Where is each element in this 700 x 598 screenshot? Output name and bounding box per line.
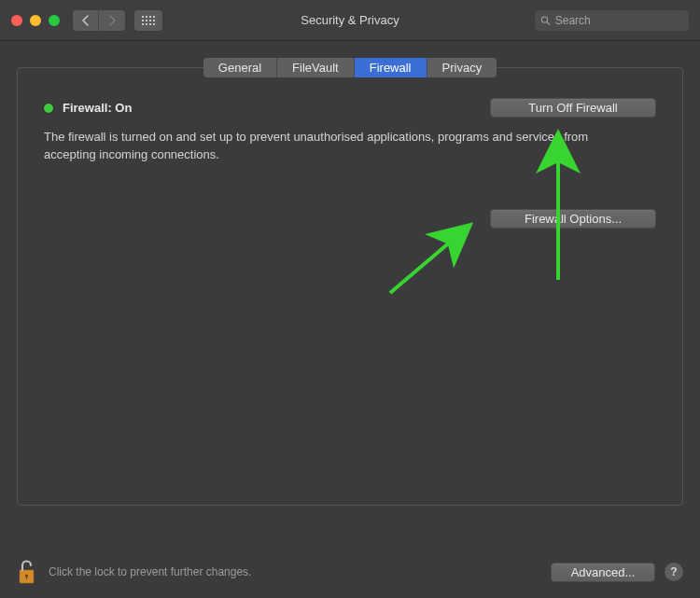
svg-rect-3 <box>26 577 27 579</box>
lock-open-icon <box>17 559 37 585</box>
forward-button[interactable] <box>99 10 125 31</box>
turn-off-firewall-button[interactable]: Turn Off Firewall <box>490 98 656 118</box>
help-button[interactable]: ? <box>665 563 683 581</box>
firewall-options-button[interactable]: Firewall Options... <box>490 209 656 229</box>
search-input[interactable] <box>555 14 683 27</box>
content: General FileVault Firewall Privacy Firew… <box>0 41 700 506</box>
tab-bar: General FileVault Firewall Privacy <box>17 58 683 77</box>
status-left: Firewall: On <box>44 101 132 115</box>
advanced-button[interactable]: Advanced... <box>551 563 655 582</box>
status-dot-icon <box>44 104 53 113</box>
lock-button[interactable] <box>17 559 37 585</box>
titlebar: Security & Privacy <box>0 0 700 41</box>
nav-buttons <box>73 10 125 31</box>
tab-firewall[interactable]: Firewall <box>355 58 427 77</box>
search-icon <box>540 15 551 26</box>
chevron-left-icon <box>81 15 90 26</box>
firewall-status-label: Firewall: On <box>63 101 132 115</box>
firewall-description: The firewall is turned on and set up to … <box>44 129 641 164</box>
back-button[interactable] <box>73 10 99 31</box>
minimize-button[interactable] <box>30 15 41 26</box>
tab-privacy[interactable]: Privacy <box>427 58 497 77</box>
footer: Click the lock to prevent further change… <box>17 559 683 585</box>
status-row: Firewall: On Turn Off Firewall <box>44 98 656 118</box>
close-button[interactable] <box>11 15 22 26</box>
search-field[interactable] <box>535 10 689 31</box>
svg-line-1 <box>547 21 550 24</box>
chevron-right-icon <box>108 15 117 26</box>
footer-right: Advanced... ? <box>551 563 683 582</box>
grid-icon <box>142 16 155 25</box>
firewall-panel: Firewall: On Turn Off Firewall The firew… <box>17 67 683 506</box>
tab-filevault[interactable]: FileVault <box>277 58 355 77</box>
tab-general[interactable]: General <box>203 58 277 77</box>
lock-hint: Click the lock to prevent further change… <box>49 565 251 578</box>
svg-point-0 <box>541 16 547 21</box>
traffic-lights <box>11 15 60 26</box>
options-row: Firewall Options... <box>44 209 656 229</box>
maximize-button[interactable] <box>49 15 60 26</box>
show-all-button[interactable] <box>134 10 162 31</box>
